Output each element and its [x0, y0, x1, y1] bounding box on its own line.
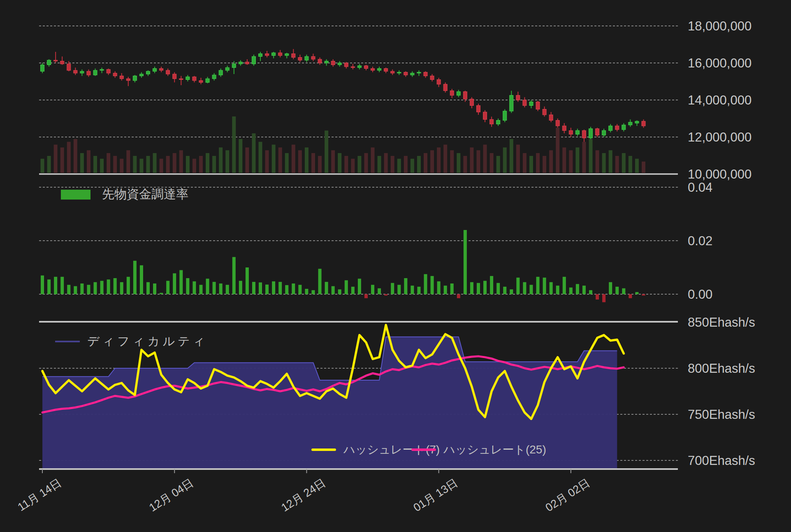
candle-body [252, 56, 255, 64]
candle-body [443, 84, 447, 91]
difficulty-legend-label: ディフィカルティ [87, 333, 208, 350]
series [41, 49, 645, 468]
funding-rate-bar [74, 286, 77, 295]
funding-rate-bar [87, 285, 90, 294]
candle-body [622, 125, 626, 130]
candle-body [575, 130, 579, 134]
y-axis-tick-label: 12,000,000 [688, 130, 752, 144]
funding-rate-bar [457, 294, 460, 298]
funding-rate-bar [503, 287, 506, 294]
candle-body [87, 71, 90, 75]
volume-bar [543, 156, 546, 173]
candle-body [582, 130, 586, 138]
hashrate7-line-swatch-icon [311, 448, 336, 451]
candle-body [562, 126, 566, 130]
candle-body [311, 56, 315, 59]
funding-rate-bar [424, 274, 427, 294]
funding-rate-bar [629, 294, 632, 298]
candle-body [265, 54, 269, 56]
funding-rate-bar [364, 294, 368, 298]
funding-rate-bar [232, 257, 236, 294]
crypto-multi-panel-chart[interactable]: 18,000,00016,000,00014,000,00012,000,000… [0, 0, 791, 532]
candle-body [93, 70, 97, 75]
volume-bar [378, 156, 381, 173]
volume-bar [529, 156, 533, 173]
funding-rate-bar [391, 283, 394, 294]
candle-body [41, 65, 44, 72]
volume-bar [41, 159, 44, 173]
candle-body [166, 70, 170, 74]
candle-body [160, 69, 163, 71]
funding-rate-bar [510, 289, 513, 294]
funding-rate-bar [206, 279, 209, 294]
volume-bar [325, 130, 328, 173]
candle-body [609, 126, 612, 130]
candle-body [292, 54, 295, 58]
funding-rate-bar [411, 286, 414, 294]
candle-body [357, 66, 361, 68]
candle-body [523, 100, 527, 106]
candle-body [212, 75, 216, 79]
volume-bar [193, 159, 196, 173]
funding-rate-bar [477, 283, 480, 294]
candle-body [503, 111, 507, 121]
legend-hashrate-25[interactable]: ハッシュレート(25) [411, 442, 546, 458]
candle-body [107, 70, 110, 73]
funding-rate-bar [114, 278, 117, 294]
volume-bar [272, 145, 276, 173]
volume-bar [391, 156, 394, 173]
candle-body [602, 130, 606, 135]
volume-bar [120, 159, 123, 173]
volume-bar [259, 142, 262, 173]
candle-body [305, 56, 309, 60]
y-axis-tick-label: 18,000,000 [688, 19, 752, 33]
volume-bar [186, 156, 190, 173]
volume-bar [278, 147, 282, 173]
volume-bar [265, 150, 269, 173]
funding-rate-bar [41, 276, 44, 295]
candle-body [179, 79, 183, 79]
funding-rate-bar [496, 283, 500, 294]
volume-bar [404, 156, 408, 173]
legend-difficulty[interactable]: ディフィカルティ [55, 333, 208, 350]
funding-rate-bar [550, 282, 553, 294]
volume-bar [411, 159, 414, 173]
funding-rate-bar [397, 285, 401, 294]
funding-rate-bar [292, 283, 295, 294]
funding-rate-bar [444, 286, 447, 294]
funding-rate-bar [622, 288, 625, 294]
funding-rate-bar [272, 281, 275, 294]
volume-bar [596, 150, 599, 173]
volume-bar [74, 139, 77, 173]
volume-bar [364, 153, 368, 173]
funding-rate-bar [298, 285, 302, 294]
volume-bar [292, 145, 295, 173]
x-axis-tick-label: 02月 02日 [543, 476, 592, 514]
candle-body [113, 73, 117, 76]
funding-rate-bar [642, 294, 645, 295]
candle-body [549, 115, 553, 121]
funding-rate-bar [60, 277, 64, 294]
funding-rate-bar [563, 277, 566, 294]
funding-rate-bar [635, 292, 638, 294]
funding-rate-bar [576, 284, 579, 294]
candle-body [278, 53, 282, 56]
candle-body [173, 74, 176, 79]
candle-body [629, 122, 632, 125]
y-axis-tick-label: 14,000,000 [688, 93, 752, 107]
candle-body [285, 54, 289, 56]
volume-bar [589, 139, 593, 173]
candle-body [483, 112, 487, 119]
volume-bar [232, 116, 236, 173]
volume-bar [146, 156, 150, 173]
candle-body [404, 72, 408, 75]
funding-rate-bar [311, 290, 315, 294]
candle-body [199, 81, 203, 83]
candle-body [133, 76, 137, 81]
volume-bar [635, 159, 639, 173]
volume-bar [384, 153, 388, 173]
candle-body [259, 54, 262, 57]
volume-bar [523, 153, 527, 173]
legend-funding-rate[interactable]: 先物資金調達率 [61, 186, 188, 203]
candle-body [219, 70, 223, 75]
